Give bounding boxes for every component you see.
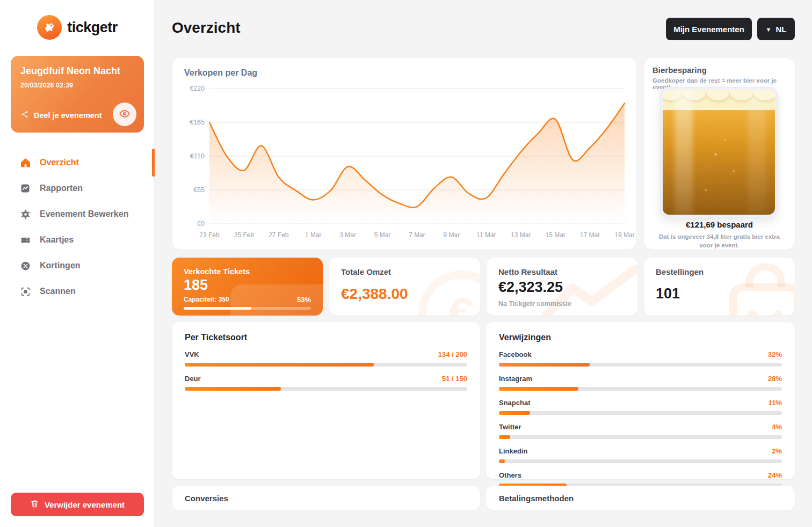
progress-track: [499, 459, 782, 463]
beer-glass-image: [660, 87, 778, 217]
payment-methods-card: Betalingsmethoden: [486, 486, 795, 510]
stat-card-net-result: Netto Resultaat €2,323.25 Na Tickgetr co…: [487, 258, 637, 316]
progress-row-instagram: Instagram28%: [499, 375, 782, 391]
capacity-percent: 53%: [297, 296, 311, 304]
beer-savings-card: Bierbesparing Goedkoper dan de rest = me…: [644, 58, 795, 250]
language-selector[interactable]: ▼ NL: [757, 18, 795, 40]
my-events-button[interactable]: Mijn Evenementen: [666, 18, 752, 40]
preview-event-button[interactable]: [113, 103, 136, 126]
progress-value: 28%: [768, 375, 782, 383]
progress-track: [499, 387, 782, 391]
progress-row-facebook: Facebook32%: [499, 350, 782, 367]
gear-icon: [19, 208, 31, 220]
delete-event-button[interactable]: Verwijder evenement: [11, 493, 144, 516]
stat-value: €2,323.25: [498, 279, 563, 296]
capacity-progress-track: [184, 307, 311, 310]
language-label: NL: [775, 25, 786, 34]
ticket-types-list: VVK134 / 200Deur51 / 150: [185, 350, 467, 391]
scan-icon: [19, 286, 31, 297]
progress-label: Linkedin: [499, 447, 527, 455]
sidebar-item-label: Overzicht: [40, 158, 79, 167]
app-root: tickgetr Jeugdfuif Neon Nacht 20/03/2026…: [0, 0, 812, 527]
referrals-title: Verwijzingen: [499, 333, 782, 342]
ticket-types-title: Per Ticketsoort: [185, 333, 467, 342]
progress-value: 11%: [769, 399, 782, 407]
svg-text:1 Mar: 1 Mar: [305, 231, 322, 239]
logo-wordmark: tickgetr: [67, 19, 118, 36]
progress-value: 24%: [768, 471, 782, 479]
sidebar-item-scannen[interactable]: Scannen: [0, 279, 155, 304]
sidebar-item-label: Scannen: [40, 287, 76, 296]
share-icon: [20, 110, 29, 121]
ticket-icon: [19, 234, 31, 246]
conversions-card: Conversies: [172, 486, 480, 510]
svg-text:11 Mar: 11 Mar: [476, 231, 496, 239]
discount-icon: [19, 260, 31, 272]
stat-card-total-revenue: € Totale Omzet €2,388.00: [329, 258, 480, 316]
event-title: Jeugdfuif Neon Nacht: [20, 65, 134, 77]
svg-text:25 Feb: 25 Feb: [234, 231, 255, 239]
beer-saved-note: Dat is ongeveer 34,8 liter gratis bier e…: [654, 232, 785, 250]
progress-label: Deur: [185, 375, 201, 383]
payment-methods-title: Betalingsmethoden: [499, 494, 574, 503]
page-title: Overzicht: [172, 19, 241, 36]
svg-text:23 Feb: 23 Feb: [199, 231, 220, 239]
beer-card-title: Bierbesparing: [653, 65, 707, 75]
sidebar-item-kaartjes[interactable]: Kaartjes: [0, 227, 155, 253]
progress-value: 51 / 150: [442, 375, 467, 383]
sidebar-item-evenement-bewerken[interactable]: Evenement Bewerken: [0, 201, 155, 227]
progress-label: Others: [499, 471, 521, 479]
sidebar-item-kortingen[interactable]: Kortingen: [0, 253, 155, 279]
sidebar-item-rapporten[interactable]: Rapporten: [0, 175, 155, 201]
progress-fill: [499, 363, 590, 367]
ticket-types-card: Per Ticketsoort VVK134 / 200Deur51 / 150: [172, 322, 480, 479]
svg-text:€110: €110: [190, 152, 205, 160]
event-card: Jeugdfuif Neon Nacht 20/03/2026 02:39 De…: [11, 56, 144, 133]
progress-row-others: Others24%: [499, 471, 782, 487]
trash-icon: [30, 499, 39, 510]
svg-text:€0: €0: [197, 220, 205, 228]
stat-note: Na Tickgetr commissie: [498, 300, 571, 308]
progress-fill: [185, 363, 374, 367]
stat-card-tickets-sold: Verkochte Tickets 185 Capaciteit: 350 53…: [172, 258, 323, 316]
svg-text:19 Mar: 19 Mar: [614, 231, 634, 239]
svg-text:€165: €165: [190, 119, 205, 126]
sidebar: tickgetr Jeugdfuif Neon Nacht 20/03/2026…: [0, 0, 155, 527]
progress-value: 4%: [772, 423, 782, 431]
stat-value: 101: [656, 286, 680, 302]
svg-text:17 Mar: 17 Mar: [580, 231, 600, 239]
progress-label: Twitter: [499, 423, 521, 431]
progress-row-deur: Deur51 / 150: [185, 375, 467, 391]
delete-event-label: Verwijder evenement: [45, 500, 125, 509]
report-chart-icon: [19, 182, 31, 194]
progress-row-vvk: VVK134 / 200: [185, 350, 467, 367]
svg-text:15 Mar: 15 Mar: [545, 231, 565, 239]
sidebar-item-label: Kaartjes: [40, 235, 74, 245]
share-event-button[interactable]: Deel je evenement: [20, 110, 102, 121]
progress-value: 134 / 200: [438, 350, 467, 358]
event-datetime: 20/03/2026 02:39: [20, 82, 134, 89]
svg-text:3 Mar: 3 Mar: [339, 231, 356, 239]
capacity-label: Capaciteit: 350: [184, 296, 229, 304]
progress-value: 2%: [772, 447, 782, 455]
progress-track: [185, 387, 467, 391]
my-events-label: Mijn Evenementen: [673, 25, 744, 34]
svg-text:€55: €55: [193, 186, 205, 194]
stat-label: Netto Resultaat: [498, 267, 626, 276]
progress-fill: [185, 387, 281, 391]
sidebar-item-label: Evenement Bewerken: [40, 209, 128, 219]
progress-label: Facebook: [499, 350, 532, 358]
logo-icon: [37, 15, 62, 40]
progress-row-twitter: Twitter4%: [499, 423, 782, 439]
sidebar-item-overzicht[interactable]: Overzicht: [0, 150, 155, 175]
euro-watermark-icon: €: [418, 270, 480, 316]
progress-track: [185, 363, 467, 367]
share-label: Deel je evenement: [34, 111, 102, 120]
svg-text:13 Mar: 13 Mar: [511, 231, 531, 239]
stat-card-orders: Bestellingen 101: [644, 258, 795, 316]
progress-label: VVK: [185, 350, 199, 358]
logo[interactable]: tickgetr: [0, 15, 155, 40]
progress-track: [499, 411, 782, 415]
progress-fill: [499, 435, 510, 439]
progress-fill: [499, 459, 505, 463]
